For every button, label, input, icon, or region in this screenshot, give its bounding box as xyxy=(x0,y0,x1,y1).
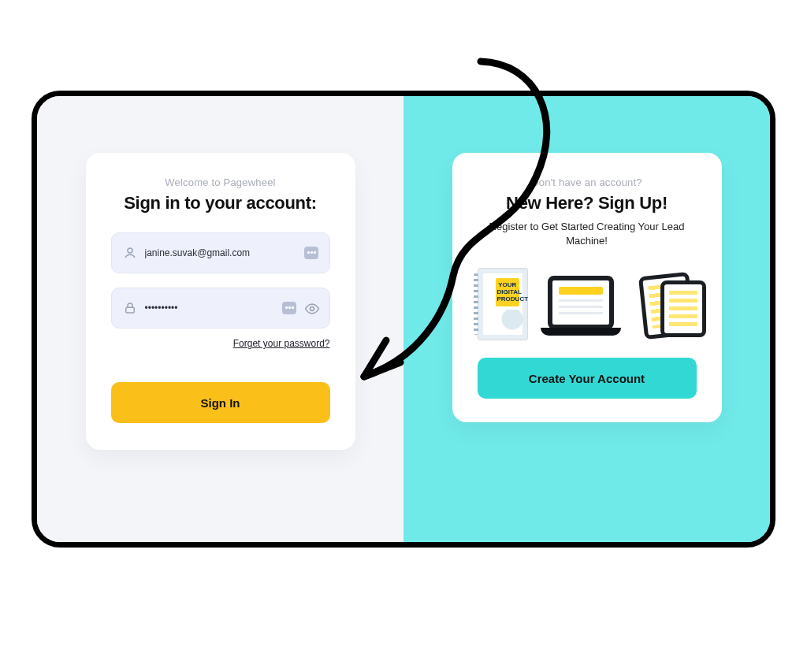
promo-notebook-label: YOUR DIGITAL PRODUCT xyxy=(496,278,520,306)
signin-title: Sign in to your account: xyxy=(111,193,330,213)
lightbulb-icon xyxy=(500,310,524,333)
promo-laptop xyxy=(541,276,621,340)
forgot-password-link[interactable]: Forget your password? xyxy=(111,338,330,349)
split-panels: Welcome to Pagewheel Sign in to your acc… xyxy=(37,96,770,542)
signin-eyebrow: Welcome to Pagewheel xyxy=(111,176,330,188)
eye-icon[interactable] xyxy=(304,301,318,315)
signin-button[interactable]: Sign In xyxy=(111,382,330,423)
signup-eyebrow: Don't have an account? xyxy=(478,176,697,188)
svg-rect-1 xyxy=(125,307,134,313)
signup-title: New Here? Sign Up! xyxy=(478,193,697,213)
signup-subcopy: Register to Get Started Creating Your Le… xyxy=(478,220,697,247)
autofill-icon[interactable] xyxy=(282,302,296,314)
promo-tablets xyxy=(634,273,696,340)
lock-icon xyxy=(123,301,137,315)
svg-point-0 xyxy=(128,248,132,253)
signup-card: Don't have an account? New Here? Sign Up… xyxy=(452,153,722,422)
user-icon xyxy=(123,246,137,260)
promo-notebook: YOUR DIGITAL PRODUCT xyxy=(478,268,529,340)
signin-form: Forget your password? Sign In xyxy=(111,232,330,423)
username-input[interactable] xyxy=(145,247,296,258)
password-field[interactable] xyxy=(111,288,330,329)
signin-card: Welcome to Pagewheel Sign in to your acc… xyxy=(86,153,355,450)
signin-panel: Welcome to Pagewheel Sign in to your acc… xyxy=(37,96,404,542)
create-account-button[interactable]: Create Your Account xyxy=(478,358,697,399)
password-input[interactable] xyxy=(145,303,274,314)
browser-frame: Welcome to Pagewheel Sign in to your acc… xyxy=(32,91,775,548)
signup-panel: Don't have an account? New Here? Sign Up… xyxy=(404,96,770,542)
username-field[interactable] xyxy=(111,232,330,273)
autofill-icon[interactable] xyxy=(304,247,318,259)
svg-point-2 xyxy=(310,307,314,311)
promo-row: YOUR DIGITAL PRODUCT xyxy=(478,265,697,340)
